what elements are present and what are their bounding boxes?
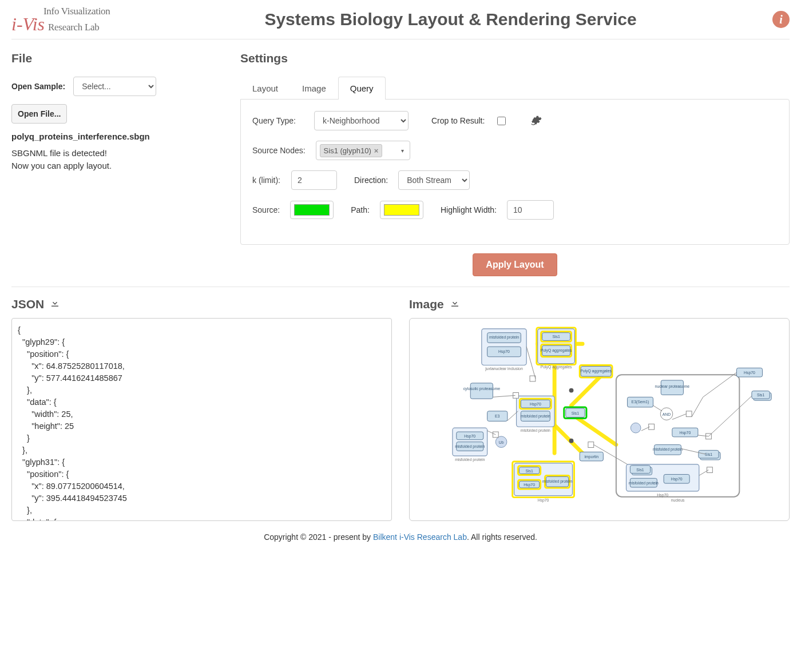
download-image-icon[interactable] <box>450 297 460 311</box>
json-result-panel: JSON { "glyph29": { "position": { "x": 6… <box>11 297 392 521</box>
svg-text:misfolded protein: misfolded protein <box>521 428 550 433</box>
svg-rect-88 <box>493 432 498 438</box>
open-file-button[interactable]: Open File... <box>11 104 67 124</box>
svg-text:Hsp70: Hsp70 <box>679 431 691 435</box>
svg-text:misfolded protein: misfolded protein <box>542 479 572 484</box>
svg-text:nuclear proteasome: nuclear proteasome <box>655 384 690 389</box>
svg-text:Ub: Ub <box>499 440 504 444</box>
tab-layout[interactable]: Layout <box>240 77 290 100</box>
svg-text:Hsp70: Hsp70 <box>538 498 549 503</box>
image-output: misfolded protein Hsp70 juxtanuclear inc… <box>409 318 790 521</box>
svg-text:misfolded protein: misfolded protein <box>489 335 519 340</box>
svg-text:Sis1: Sis1 <box>552 335 560 339</box>
gear-icon[interactable] <box>530 114 542 128</box>
logo-subtitle: Research Lab <box>48 22 99 33</box>
svg-text:misfolded protein: misfolded protein <box>653 447 683 452</box>
svg-text:Hsp70: Hsp70 <box>464 434 475 439</box>
logo-mark: i-Vis <box>11 17 45 32</box>
svg-text:E3(Sem1): E3(Sem1) <box>632 400 649 404</box>
highlight-width-label: Highlight Width: <box>441 205 497 214</box>
source-color-picker[interactable] <box>290 201 334 219</box>
file-status: SBGNML file is detected! Now you can app… <box>11 147 223 172</box>
source-nodes-label: Source Nodes: <box>252 146 306 155</box>
settings-panel: Settings Layout Image Query Query Type: … <box>240 48 790 276</box>
crop-checkbox[interactable] <box>497 117 506 125</box>
open-sample-label: Open Sample: <box>11 82 65 91</box>
svg-text:Sis1: Sis1 <box>636 468 644 472</box>
svg-text:Hsp70: Hsp70 <box>657 493 668 498</box>
svg-text:nucleus: nucleus <box>671 498 685 502</box>
tab-query[interactable]: Query <box>338 77 386 100</box>
svg-text:juxtanuclear inclusion: juxtanuclear inclusion <box>485 367 523 371</box>
page-title: Systems Biology Layout & Rendering Servi… <box>129 10 772 29</box>
svg-text:importin: importin <box>585 455 599 459</box>
settings-tabs: Layout Image Query <box>240 77 790 99</box>
sbgn-diagram: misfolded protein Hsp70 juxtanuclear inc… <box>415 324 783 515</box>
svg-text:misfolded protein: misfolded protein <box>629 481 659 486</box>
svg-text:Hsp70: Hsp70 <box>744 371 755 375</box>
k-limit-input[interactable] <box>291 170 337 190</box>
k-limit-label: k (limit): <box>252 176 281 185</box>
download-json-icon[interactable] <box>50 297 60 311</box>
highlight-width-input[interactable] <box>507 200 554 220</box>
footer-link[interactable]: Bilkent i-Vis Research Lab <box>373 532 467 542</box>
apply-layout-button[interactable]: Apply Layout <box>473 253 557 276</box>
svg-text:cytosolic proteasome: cytosolic proteasome <box>463 387 500 391</box>
page-header: Info Visualization i-Vis Research Lab Sy… <box>11 0 790 39</box>
svg-text:Sis1: Sis1 <box>705 452 713 456</box>
svg-text:AND: AND <box>663 412 671 416</box>
svg-rect-93 <box>707 467 713 473</box>
query-type-select[interactable]: k-Neighborhood <box>314 111 409 130</box>
direction-label: Direction: <box>354 176 388 185</box>
svg-point-84 <box>569 388 574 393</box>
crop-label: Crop to Result: <box>431 116 485 125</box>
tag-remove-icon[interactable]: × <box>374 146 379 155</box>
chevron-down-icon[interactable]: ▾ <box>401 148 406 154</box>
current-filename: polyq_proteins_interference.sbgn <box>11 132 223 141</box>
footer: Copyright © 2021 - present by Bilkent i-… <box>11 532 790 542</box>
svg-rect-91 <box>686 411 692 417</box>
sample-select[interactable]: Select... <box>73 77 156 96</box>
source-node-tag: Sis1 (glyph10) × <box>320 144 383 157</box>
svg-text:Sis1: Sis1 <box>572 411 580 415</box>
svg-text:misfolded protein: misfolded protein <box>455 458 485 462</box>
svg-rect-18 <box>470 383 493 399</box>
path-color-label: Path: <box>351 205 370 214</box>
logo: Info Visualization i-Vis Research Lab <box>11 6 129 33</box>
svg-text:PolyQ aggregates: PolyQ aggregates <box>541 365 572 369</box>
svg-text:E3: E3 <box>495 414 500 418</box>
svg-text:misfolded protein: misfolded protein <box>521 414 550 419</box>
source-nodes-input[interactable]: Sis1 (glyph10) × ▾ <box>316 141 410 160</box>
source-color-label: Source: <box>252 205 280 214</box>
svg-rect-89 <box>588 442 594 448</box>
svg-text:PolyQ aggregates: PolyQ aggregates <box>541 348 572 353</box>
info-icon[interactable]: i <box>772 11 790 28</box>
image-title: Image <box>409 297 444 311</box>
query-tab-content: Query Type: k-Neighborhood Crop to Resul… <box>240 99 790 245</box>
svg-point-62 <box>631 423 641 433</box>
svg-text:Sis1: Sis1 <box>525 469 533 473</box>
svg-text:misfolded protein: misfolded protein <box>455 444 485 449</box>
svg-text:PolyQ aggregates: PolyQ aggregates <box>580 369 612 373</box>
svg-text:Sis1: Sis1 <box>757 393 765 397</box>
svg-text:Hsp70: Hsp70 <box>498 349 510 354</box>
tab-image[interactable]: Image <box>290 77 338 100</box>
path-color-picker[interactable] <box>380 201 423 219</box>
direction-select[interactable]: Both Stream <box>398 170 470 190</box>
svg-text:Hsp70: Hsp70 <box>671 477 683 482</box>
file-panel: File Open Sample: Select... Open File...… <box>11 48 223 276</box>
query-type-label: Query Type: <box>252 116 304 125</box>
svg-point-85 <box>569 439 574 443</box>
svg-text:Hsp70: Hsp70 <box>524 483 535 487</box>
file-section-title: File <box>11 51 223 65</box>
settings-section-title: Settings <box>240 51 790 65</box>
image-result-panel: Image misfolded protein Hsp70 juxtanucle… <box>409 297 790 521</box>
json-title: JSON <box>11 297 44 311</box>
json-output[interactable]: { "glyph29": { "position": { "x": 64.875… <box>11 318 392 521</box>
svg-text:Hsp70: Hsp70 <box>530 402 541 407</box>
